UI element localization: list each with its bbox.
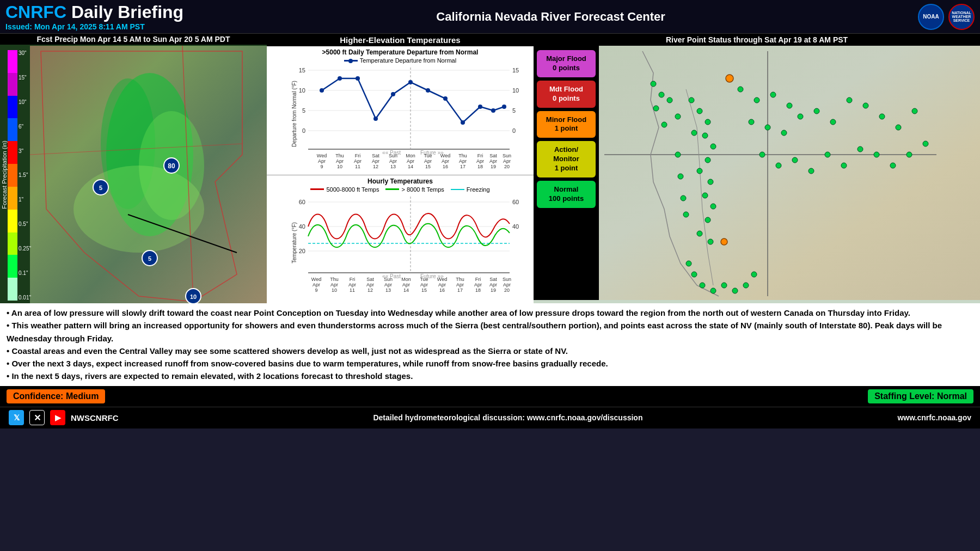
svg-point-148 — [710, 204, 716, 209]
footer-bar: 𝕏 ✕ ▶ NWSCNRFC Detailed hydrometeorologi… — [0, 407, 980, 428]
svg-text:Apr: Apr — [474, 282, 482, 287]
svg-point-44 — [502, 105, 506, 109]
svg-point-161 — [765, 125, 770, 130]
svg-point-182 — [686, 261, 691, 266]
svg-text:Thu: Thu — [330, 277, 339, 282]
svg-text:Apr: Apr — [313, 282, 320, 287]
svg-text:18: 18 — [475, 287, 481, 293]
svg-text:17: 17 — [457, 287, 463, 293]
svg-point-167 — [863, 103, 868, 108]
temp-chart-legend: Temperature Departure from Normal — [271, 57, 529, 64]
svg-text:11: 11 — [350, 287, 355, 293]
svg-point-4 — [74, 166, 204, 253]
legend-val-1: 1" — [19, 197, 31, 203]
svg-point-147 — [702, 193, 708, 198]
svg-text:40: 40 — [299, 223, 305, 230]
svg-point-36 — [373, 117, 378, 121]
footer-discussion-link[interactable]: Detailed hydrometeorological discussion:… — [373, 413, 642, 422]
svg-point-185 — [710, 288, 716, 293]
social-handle: NWSCNRFC — [71, 413, 119, 423]
svg-point-176 — [841, 163, 847, 168]
svg-text:15: 15 — [425, 164, 431, 169]
legend-val-0-5: 0.5" — [19, 221, 31, 227]
svg-point-154 — [681, 195, 686, 201]
svg-text:Apr: Apr — [348, 282, 356, 287]
text-line3: • Coastal areas and even the Central Val… — [7, 346, 568, 356]
mdt-flood-status: Mdt Flood0 points — [537, 81, 596, 108]
svg-text:Apr: Apr — [438, 282, 446, 287]
svg-point-136 — [675, 114, 681, 119]
svg-text:Apr: Apr — [456, 282, 464, 287]
svg-text:Wed: Wed — [317, 153, 327, 158]
charts-title: Higher-Elevation Temperatures — [267, 34, 534, 46]
svg-text:17: 17 — [460, 164, 465, 169]
svg-text:Fri: Fri — [475, 277, 481, 282]
svg-text:Sun: Sun — [503, 277, 511, 282]
svg-text:Sat: Sat — [372, 153, 379, 158]
svg-text:15: 15 — [421, 287, 427, 293]
header: CNRFC Daily Briefing Issued: Mon Apr 14,… — [0, 0, 980, 34]
svg-point-38 — [408, 80, 413, 84]
svg-text:Temperature (°F): Temperature (°F) — [291, 222, 297, 264]
legend-val-6: 6" — [19, 124, 31, 130]
svg-text:Apr: Apr — [459, 158, 467, 164]
svg-point-138 — [689, 97, 694, 103]
svg-text:20: 20 — [504, 164, 510, 169]
legend-5000-8000-label: 5000-8000 ft Temps — [326, 186, 379, 193]
svg-point-145 — [697, 168, 702, 174]
status-bar: Confidence: Medium Staffing Level: Norma… — [0, 386, 980, 407]
svg-point-149 — [705, 217, 710, 223]
footer-website[interactable]: www.cnrfc.noaa.gov — [897, 413, 971, 422]
svg-text:Apr: Apr — [407, 158, 414, 164]
svg-text:Sun: Sun — [503, 153, 511, 158]
svg-point-186 — [721, 283, 727, 288]
svg-point-43 — [491, 108, 495, 113]
map-title: Fcst Precip Mon Apr 14 5 AM to Sun Apr 2… — [0, 34, 267, 45]
svg-text:Apr: Apr — [384, 282, 392, 287]
header-left: CNRFC Daily Briefing Issued: Mon Apr 14,… — [5, 2, 183, 31]
svg-point-160 — [749, 119, 754, 125]
svg-point-159 — [787, 103, 792, 108]
twitter-icon[interactable]: 𝕏 — [9, 410, 24, 425]
svg-text:Fri: Fri — [350, 277, 356, 282]
svg-text:Apr: Apr — [503, 158, 511, 164]
river-map-content: Major Flood0 points Mdt Flood0 points Mi… — [534, 46, 980, 300]
svg-text:0: 0 — [302, 127, 305, 134]
svg-point-155 — [683, 212, 689, 217]
x-icon[interactable]: ✕ — [29, 410, 45, 425]
river-map-area — [599, 46, 980, 300]
svg-text:9: 9 — [320, 164, 323, 169]
svg-point-172 — [776, 163, 781, 168]
confidence-value: Medium — [66, 391, 99, 401]
confidence-badge: Confidence: Medium — [7, 389, 105, 403]
svg-point-158 — [770, 92, 776, 97]
svg-text:10: 10 — [332, 287, 337, 293]
svg-point-187 — [732, 288, 738, 293]
text-line1: • An area of low pressure will slowly dr… — [7, 308, 910, 317]
svg-text:13: 13 — [385, 287, 391, 293]
river-legend: Major Flood0 points Mdt Flood0 points Mi… — [534, 46, 599, 300]
svg-point-42 — [478, 105, 482, 109]
staffing-badge: Staffing Level: Normal — [868, 389, 973, 403]
cb-labels: 30" 15" 10" 6" 3" 1.5" 1" 0.5" 0.25" 0.1… — [19, 50, 31, 301]
svg-text:10: 10 — [512, 87, 519, 94]
svg-text:Apr: Apr — [424, 158, 432, 164]
svg-text:Apr: Apr — [330, 282, 338, 287]
hourly-chart-legend: 5000-8000 ft Temps > 8000 ft Temps Freez… — [271, 186, 529, 193]
svg-text:10: 10 — [337, 164, 342, 169]
legend-temp-label: Temperature Departure from Normal — [360, 57, 456, 64]
youtube-icon[interactable]: ▶ — [50, 410, 65, 425]
minor-flood-status: Minor Flood1 point — [537, 111, 596, 138]
legend-val-30: 30" — [19, 50, 31, 56]
legend-freezing-label: Freezing — [467, 186, 490, 193]
svg-text:Apr: Apr — [336, 158, 344, 164]
svg-text:Fri: Fri — [477, 153, 483, 158]
legend-val-10: 10" — [19, 99, 31, 105]
staffing-label: Staffing Level: — [874, 391, 934, 401]
svg-text:10: 10 — [299, 87, 305, 94]
svg-text:Sun: Sun — [384, 277, 393, 282]
precip-legend: Forecast Precipitation (in) 30" 15" 10" … — [0, 46, 30, 303]
river-map-title: River Point Status through Sat Apr 19 at… — [534, 34, 980, 46]
svg-text:Apr: Apr — [442, 158, 449, 164]
svg-text:Sat: Sat — [366, 277, 374, 282]
